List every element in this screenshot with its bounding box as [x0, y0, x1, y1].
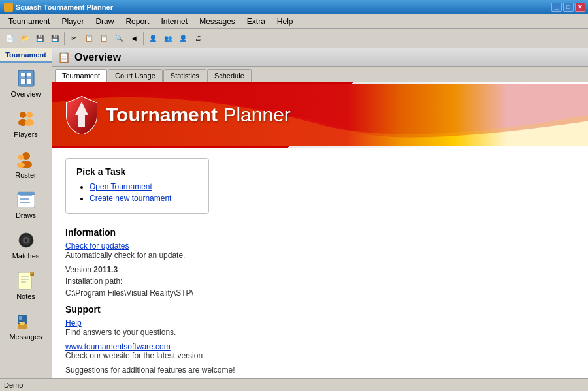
version-number: 2011.3	[93, 265, 118, 274]
sidebar-item-matches-label: Matches	[12, 252, 40, 260]
sidebar-header[interactable]: Tournament	[0, 48, 52, 63]
svg-rect-0	[18, 70, 34, 86]
toolbar-open[interactable]: 📂	[18, 31, 32, 46]
matches-icon	[16, 230, 37, 251]
svg-point-34	[20, 322, 25, 325]
auto-check-desc: Automatically check for an update.	[65, 251, 575, 260]
sidebar-item-draws[interactable]: Draws	[1, 185, 51, 224]
overview-icon	[16, 68, 37, 89]
titlebar: Squash Tournament Planner _ □ ✕	[0, 0, 588, 14]
tab-schedule[interactable]: Schedule	[207, 69, 252, 82]
banner-content: Tournament Planner	[65, 95, 291, 134]
help-link[interactable]: Help	[65, 319, 575, 328]
tab-content[interactable]: Tournament Planner Pick a Task Open Tour…	[52, 82, 588, 378]
check-updates-link[interactable]: Check for updates	[65, 242, 575, 251]
toolbar-save[interactable]: 💾	[33, 31, 47, 46]
install-label: Installation path:	[65, 277, 575, 286]
svg-rect-3	[21, 79, 25, 84]
titlebar-left: Squash Tournament Planner	[4, 3, 113, 12]
menubar: Tournament Player Draw Report Internet M…	[0, 14, 588, 29]
banner-title-bold: Tournament	[106, 104, 218, 125]
menu-report[interactable]: Report	[120, 15, 155, 28]
menu-player[interactable]: Player	[56, 15, 90, 28]
svg-point-14	[17, 163, 25, 168]
menu-extra[interactable]: Extra	[241, 15, 271, 28]
toolbar-save2[interactable]: 💾	[48, 31, 62, 46]
info-section: Information Check for updates Automatica…	[65, 227, 575, 298]
banner: Tournament Planner	[52, 82, 588, 148]
open-tournament-link[interactable]: Open Tournament	[90, 182, 152, 191]
sidebar: Tournament Overview	[0, 48, 52, 378]
content-header-title: Overview	[74, 52, 121, 63]
svg-point-10	[25, 119, 34, 126]
info-title: Information	[65, 227, 575, 238]
install-path: C:\Program Files\Visual Reality\STP\	[65, 289, 575, 298]
website-desc: Check our website for the latest version	[65, 351, 575, 360]
sidebar-item-draws-label: Draws	[16, 211, 36, 219]
messages-icon	[16, 311, 37, 332]
support-title: Support	[65, 304, 575, 315]
svg-point-9	[26, 112, 33, 118]
menu-draw[interactable]: Draw	[90, 15, 120, 28]
pick-task-box: Pick a Task Open Tournament Create new t…	[65, 158, 209, 214]
version-info: Version 2011.3	[65, 265, 575, 274]
task-create-tournament: Create new tournament	[90, 194, 198, 203]
sidebar-item-roster[interactable]: Roster	[1, 144, 51, 183]
toolbar: 📄 📂 💾 💾 ✂ 📋 📋 🔍 ◀ 👤 👥 👤 🖨	[0, 29, 588, 48]
svg-rect-19	[18, 192, 35, 195]
task-open-tournament: Open Tournament	[90, 182, 198, 191]
statusbar-label: Demo	[4, 381, 23, 389]
sidebar-item-messages[interactable]: Messages	[1, 306, 51, 345]
close-button[interactable]: ✕	[575, 3, 585, 12]
main-layout: Tournament Overview	[0, 48, 588, 378]
create-tournament-link[interactable]: Create new tournament	[90, 194, 171, 203]
sidebar-item-players[interactable]: Players	[1, 104, 51, 143]
menu-messages[interactable]: Messages	[193, 15, 241, 28]
svg-point-11	[22, 152, 30, 160]
svg-rect-4	[27, 79, 31, 84]
help-desc: Find answers to your questions.	[65, 328, 575, 337]
toolbar-back[interactable]: ◀	[127, 31, 141, 46]
toolbar-new[interactable]: 📄	[3, 31, 17, 46]
toolbar-paste[interactable]: 📋	[97, 31, 111, 46]
toolbar-copy[interactable]: 📋	[82, 31, 96, 46]
titlebar-title: Squash Tournament Planner	[16, 3, 113, 11]
content-header: 📋 Overview	[52, 48, 588, 67]
sidebar-item-roster-label: Roster	[15, 171, 36, 179]
version-label: Version	[65, 265, 93, 274]
menu-help[interactable]: Help	[271, 15, 299, 28]
body-content: Pick a Task Open Tournament Create new t…	[52, 148, 588, 378]
svg-point-13	[18, 155, 24, 160]
toolbar-user2[interactable]: 👥	[161, 31, 175, 46]
menu-tournament[interactable]: Tournament	[3, 15, 56, 28]
sidebar-item-overview-label: Overview	[11, 90, 41, 98]
sidebar-item-notes-label: Notes	[16, 292, 35, 300]
sidebar-item-notes[interactable]: Notes	[1, 266, 51, 305]
tabs-bar: Tournament Court Usage Statistics Schedu…	[52, 67, 588, 82]
tab-court-usage[interactable]: Court Usage	[108, 69, 163, 82]
shield-icon	[65, 95, 98, 134]
website-link[interactable]: www.tournamentsoftware.com	[65, 342, 575, 351]
toolbar-user3[interactable]: 👤	[176, 31, 190, 46]
statusbar: Demo	[0, 378, 588, 391]
toolbar-print[interactable]: 🖨	[191, 31, 205, 46]
minimize-button[interactable]: _	[551, 3, 562, 12]
roster-icon	[16, 149, 37, 170]
sidebar-item-overview[interactable]: Overview	[1, 63, 51, 102]
sidebar-item-messages-label: Messages	[9, 333, 42, 341]
tab-tournament[interactable]: Tournament	[55, 69, 107, 82]
banner-text: Tournament Planner	[106, 104, 291, 126]
toolbar-find[interactable]: 🔍	[112, 31, 126, 46]
maximize-button[interactable]: □	[563, 3, 574, 12]
menu-internet[interactable]: Internet	[155, 15, 193, 28]
pick-task-title: Pick a Task	[76, 166, 198, 177]
titlebar-controls: _ □ ✕	[551, 3, 585, 12]
suggestions-text: Suggestions for additional features are …	[65, 366, 575, 375]
banner-title-light: Planner	[218, 104, 291, 125]
sidebar-item-matches[interactable]: Matches	[1, 225, 51, 264]
support-section: Support Help Find answers to your questi…	[65, 304, 575, 375]
toolbar-cut[interactable]: ✂	[67, 31, 81, 46]
toolbar-user1[interactable]: 👤	[146, 31, 160, 46]
tab-statistics[interactable]: Statistics	[163, 69, 206, 82]
content-header-icon: 📋	[57, 51, 71, 63]
